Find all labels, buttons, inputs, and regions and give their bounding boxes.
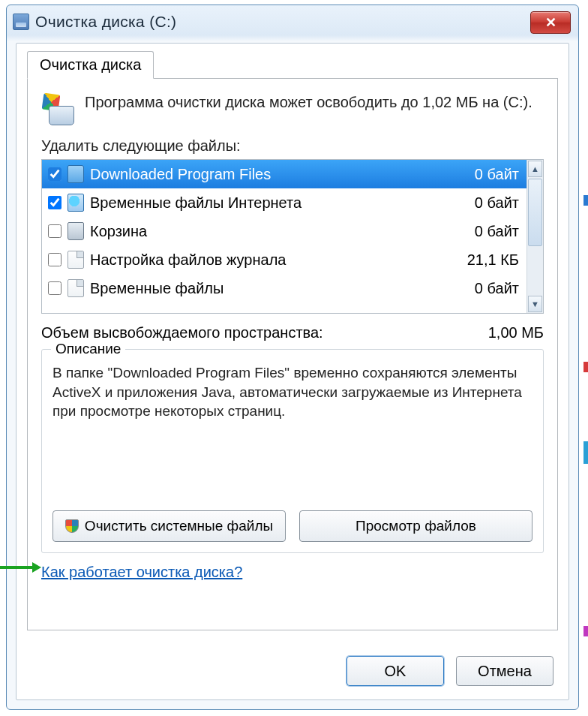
file-checkbox[interactable] [48, 196, 62, 209]
client-area: Очистка диска Программа очистки диска мо… [16, 43, 569, 700]
scroll-up-button[interactable]: ▲ [528, 161, 542, 177]
file-size: 0 байт [436, 194, 519, 212]
dialog-buttons: OK Отмена [346, 656, 554, 686]
files-list-label: Удалить следующие файлы: [41, 137, 544, 155]
tab-label: Очистка диска [40, 56, 141, 73]
file-checkbox[interactable] [48, 167, 62, 181]
file-size: 0 байт [436, 223, 519, 240]
background-stripe [584, 441, 588, 464]
file-name: Временные файлы Интернета [90, 194, 430, 212]
file-row[interactable]: Настройка файлов журнала21,1 КБ [42, 245, 526, 274]
cancel-button[interactable]: Отмена [456, 656, 554, 686]
window-title: Очистка диска (C:) [35, 13, 176, 31]
titlebar[interactable]: Очистка диска (C:) ✕ [7, 5, 578, 38]
cancel-label: Отмена [478, 663, 532, 679]
background-stripe [584, 195, 588, 206]
bin-icon [68, 222, 84, 240]
description-text: В папке "Downloaded Program Files" време… [52, 363, 532, 421]
view-files-label: Просмотр файлов [356, 518, 476, 534]
disk-cleanup-title-icon [13, 14, 29, 30]
file-row[interactable]: Корзина0 байт [42, 217, 526, 245]
file-checkbox[interactable] [48, 253, 62, 266]
files-listbox[interactable]: Downloaded Program Files0 байтВременные … [41, 159, 544, 314]
total-value: 1,00 МБ [488, 324, 544, 341]
ie-icon [68, 194, 84, 212]
folder-icon [68, 165, 84, 183]
file-size: 21,1 КБ [436, 251, 519, 269]
file-name: Downloaded Program Files [90, 166, 430, 183]
doc-icon [68, 251, 84, 269]
close-button[interactable]: ✕ [530, 11, 571, 34]
tab-disk-cleanup[interactable]: Очистка диска [27, 51, 154, 79]
file-row[interactable]: Downloaded Program Files0 байт [42, 160, 526, 188]
description-title: Описание [51, 341, 125, 357]
file-name: Настройка файлов журнала [90, 251, 430, 269]
file-checkbox[interactable] [48, 281, 62, 295]
help-link[interactable]: Как работает очистка диска? [41, 564, 242, 581]
file-name: Временные файлы [90, 280, 430, 297]
scroll-down-button[interactable]: ▼ [528, 296, 542, 312]
file-size: 0 байт [436, 166, 519, 183]
intro-text: Программа очистки диска может освободить… [85, 92, 532, 113]
doc-icon [68, 279, 84, 297]
file-name: Корзина [90, 223, 430, 240]
clean-system-files-button[interactable]: Очистить системные файлы [52, 510, 286, 542]
disk-cleanup-icon [41, 92, 74, 125]
total-label: Объем высвобождаемого пространства: [41, 324, 323, 341]
scrollbar[interactable]: ▲ ▼ [526, 160, 543, 313]
background-stripe [584, 362, 588, 372]
file-row[interactable]: Временные файлы Интернета0 байт [42, 188, 526, 217]
help-link-text: Как работает очистка диска? [41, 564, 242, 580]
tab-pane: Программа очистки диска может освободить… [27, 78, 558, 630]
file-checkbox[interactable] [48, 224, 62, 238]
dialog-window: Очистка диска (C:) ✕ Очистка диска Прогр… [6, 5, 579, 710]
background-stripe [584, 626, 588, 636]
scroll-thumb[interactable] [528, 179, 542, 246]
total-row: Объем высвобождаемого пространства: 1,00… [41, 324, 544, 341]
ok-label: OK [385, 663, 406, 679]
tab-strip: Очистка диска [16, 44, 568, 80]
uac-shield-icon [65, 519, 79, 533]
file-size: 0 байт [436, 280, 519, 297]
clean-system-files-label: Очистить системные файлы [85, 518, 273, 534]
ok-button[interactable]: OK [346, 656, 444, 686]
view-files-button[interactable]: Просмотр файлов [299, 510, 532, 542]
description-group: Описание В папке "Downloaded Program Fil… [41, 349, 544, 553]
intro-row: Программа очистки диска может освободить… [41, 92, 544, 125]
file-row[interactable]: Временные файлы0 байт [42, 274, 526, 302]
